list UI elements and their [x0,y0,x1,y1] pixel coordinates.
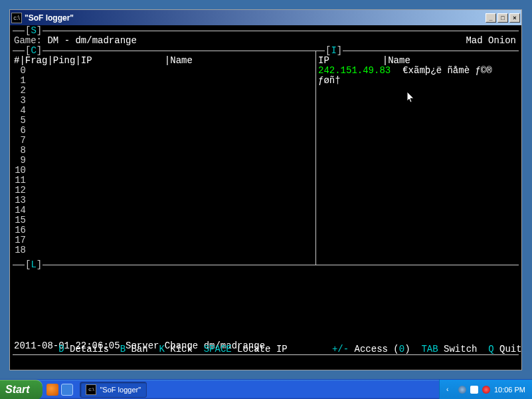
app-icon: c:\ [11,13,22,23]
maximize-button[interactable]: □ [497,13,508,23]
row-number: 1 [14,76,314,86]
game-line: Game: DM - dm/madrange [14,36,137,46]
row-number: 17 [14,235,314,245]
row-number: 6 [14,126,314,136]
firefox-icon[interactable] [46,384,58,396]
tray-icon-3[interactable] [482,386,490,394]
row-number: 12 [14,186,314,196]
hint-access-key[interactable]: +/- [332,344,349,354]
tray-expand-icon[interactable]: ‹ [446,386,454,394]
taskbar[interactable]: Start c:\ "SoF logger" ‹ 10:06 PM [0,379,532,399]
row-number: 15 [14,215,314,225]
taskbar-item-soflogger[interactable]: c:\ "SoF logger" [80,382,147,398]
task-label: "SoF logger" [100,386,141,394]
row-number: 8 [14,146,314,156]
quick-launch [43,384,77,396]
row-number: 2 [14,86,314,96]
hint-space-key[interactable]: SPACE [204,344,232,354]
tray-icon-1[interactable] [458,386,466,394]
row-number: 9 [14,156,314,166]
row-number: 11 [14,176,314,186]
task-app-icon: c:\ [86,384,96,395]
panel-c-label: C [31,45,36,56]
row-number: 7 [14,136,314,146]
entry-ip: 242.151.49.83 [318,65,391,76]
panel-i-entry: 242.151.49.83€xãmþ¿ë ñåmè ƒ©® ƒøñ† [318,66,517,86]
minimize-button[interactable]: _ [486,13,496,23]
hint-d-key[interactable]: D [58,344,64,354]
tray-icon-2[interactable] [470,386,478,394]
row-number: 10 [14,166,314,176]
server-name: Mad Onion [466,36,516,46]
start-button[interactable]: Start [0,380,43,400]
window-title: "SoF logger" [25,13,486,23]
hint-k-key[interactable]: K [159,344,164,354]
row-number: 3 [14,96,314,106]
row-number: 4 [14,106,314,116]
panel-l-label: L [31,259,36,270]
hint-b-key[interactable]: B [120,344,126,354]
row-number: 0 [14,66,314,76]
panel-c-header: #|Frag|Ping|IP |Name [14,56,314,66]
row-number: 18 [14,245,314,255]
console-window: c:\ "SoF logger" _ □ × [S] Game: DM - dm… [9,9,522,370]
row-number: 13 [14,196,314,205]
game-mode: DM - dm/madrange [47,35,136,46]
row-number: 14 [14,205,314,215]
clock[interactable]: 10:06 PM [494,386,525,394]
hint-tab-key[interactable]: TAB [421,344,438,354]
system-tray[interactable]: ‹ 10:06 PM [439,380,532,400]
panel-s-label: S [31,25,36,36]
titlebar[interactable]: c:\ "SoF logger" _ □ × [10,10,521,25]
show-desktop-icon[interactable] [61,384,73,396]
hint-q-key[interactable]: Q [488,344,493,354]
panel-i-header: IP|Name [318,56,517,66]
row-number: 5 [14,116,314,126]
row-number: 16 [14,225,314,235]
console-area: [S] Game: DM - dm/madrange Mad Onion [C]… [10,25,521,370]
footer-hints: D Details B Ban K Kick SPACE Locate IP +… [14,334,517,364]
close-button[interactable]: × [509,13,520,23]
panel-i-label: I [331,45,336,56]
